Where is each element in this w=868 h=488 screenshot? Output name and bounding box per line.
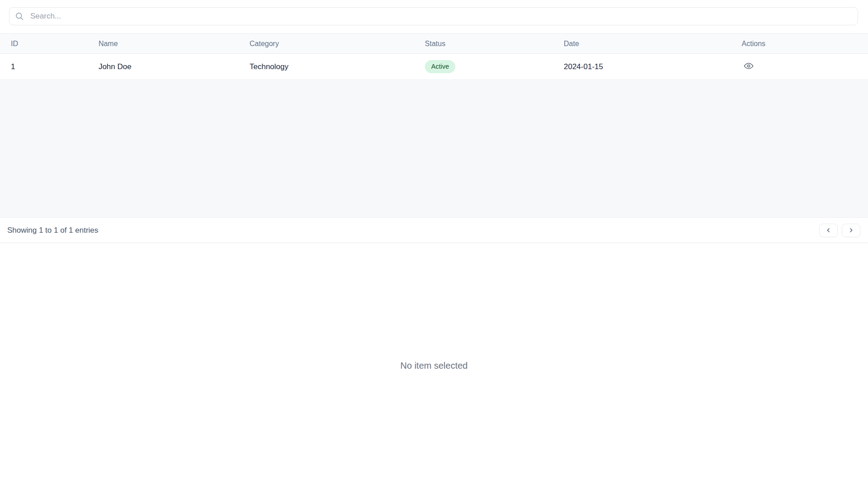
column-header-status: Status bbox=[414, 40, 553, 48]
cell-id: 1 bbox=[0, 62, 88, 71]
view-button[interactable] bbox=[742, 60, 755, 72]
table-header-row: ID Name Category Status Date Actions bbox=[0, 33, 868, 54]
pagination-controls bbox=[819, 224, 860, 237]
cell-category: Technology bbox=[239, 62, 414, 71]
previous-page-button[interactable] bbox=[819, 224, 838, 237]
table-empty-area bbox=[0, 80, 868, 217]
status-badge: Active bbox=[425, 60, 456, 73]
chevron-left-icon bbox=[825, 227, 832, 234]
detail-panel: No item selected bbox=[0, 243, 868, 488]
next-page-button[interactable] bbox=[842, 224, 860, 237]
cell-name: John Doe bbox=[88, 62, 239, 71]
search-input[interactable] bbox=[9, 7, 858, 25]
column-header-category: Category bbox=[239, 40, 414, 48]
column-header-actions: Actions bbox=[731, 40, 868, 48]
column-header-name: Name bbox=[88, 40, 239, 48]
chevron-right-icon bbox=[848, 227, 854, 234]
cell-status: Active bbox=[414, 60, 553, 73]
search-bar bbox=[0, 0, 868, 25]
eye-icon bbox=[743, 61, 755, 71]
cell-actions bbox=[731, 60, 868, 73]
column-header-date: Date bbox=[553, 40, 731, 48]
entries-summary: Showing 1 to 1 of 1 entries bbox=[7, 226, 98, 235]
pagination-bar: Showing 1 to 1 of 1 entries bbox=[0, 217, 868, 243]
table-row: 1 John Doe Technology Active 2024-01-15 bbox=[0, 54, 868, 80]
cell-date: 2024-01-15 bbox=[553, 62, 731, 71]
search-box bbox=[9, 7, 858, 25]
column-header-id: ID bbox=[0, 40, 88, 48]
no-selection-message: No item selected bbox=[401, 361, 468, 371]
data-table: ID Name Category Status Date Actions 1 J… bbox=[0, 33, 868, 80]
